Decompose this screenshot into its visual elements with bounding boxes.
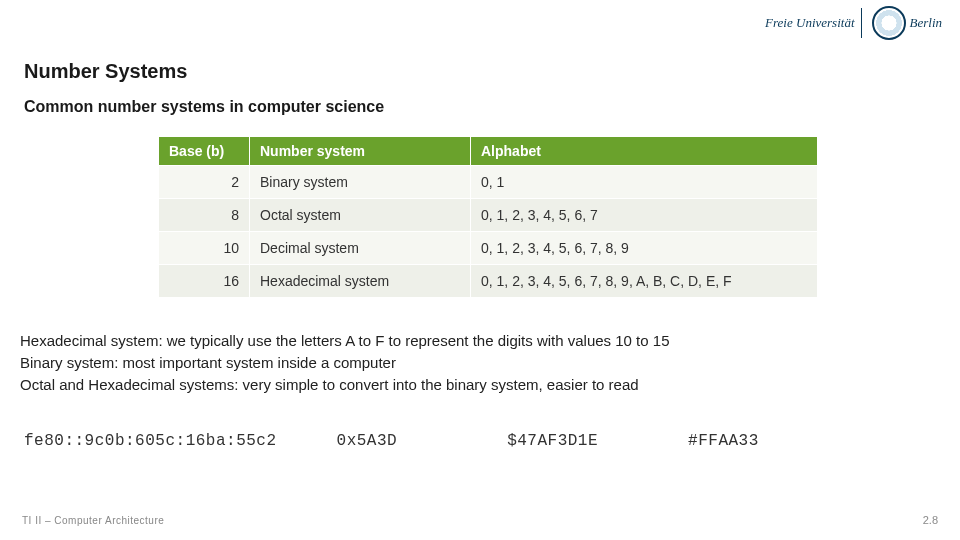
footer-left: TI II – Computer Architecture	[22, 515, 164, 526]
note-hex: Hexadecimal system: we typically use the…	[20, 330, 669, 352]
note-octal-hex: Octal and Hexadecimal systems: very simp…	[20, 374, 669, 396]
example-dollar: $47AF3D1E	[507, 432, 598, 450]
th-alphabet: Alphabet	[471, 137, 818, 166]
cell-alphabet: 0, 1	[471, 166, 818, 199]
seal-icon	[872, 6, 906, 40]
example-ipv6: fe80::9c0b:605c:16ba:55c2	[24, 432, 277, 450]
cell-system: Decimal system	[250, 232, 471, 265]
cell-base: 16	[159, 265, 250, 298]
example-hash: #FFAA33	[688, 432, 759, 450]
number-systems-table: Base (b) Number system Alphabet 2 Binary…	[158, 136, 818, 298]
table-row: 8 Octal system 0, 1, 2, 3, 4, 5, 6, 7	[159, 199, 818, 232]
cell-base: 2	[159, 166, 250, 199]
page-subtitle: Common number systems in computer scienc…	[24, 98, 384, 116]
footer-right: 2.8	[923, 514, 938, 526]
th-system: Number system	[250, 137, 471, 166]
table-row: 2 Binary system 0, 1	[159, 166, 818, 199]
table-header-row: Base (b) Number system Alphabet	[159, 137, 818, 166]
cell-base: 8	[159, 199, 250, 232]
page-title: Number Systems	[24, 60, 187, 83]
table-row: 16 Hexadecimal system 0, 1, 2, 3, 4, 5, …	[159, 265, 818, 298]
note-binary: Binary system: most important system ins…	[20, 352, 669, 374]
logo-text-right: Berlin	[910, 15, 943, 31]
table-row: 10 Decimal system 0, 1, 2, 3, 4, 5, 6, 7…	[159, 232, 818, 265]
examples-row: fe80::9c0b:605c:16ba:55c2 0x5A3D $47AF3D…	[24, 432, 904, 450]
cell-base: 10	[159, 232, 250, 265]
cell-system: Hexadecimal system	[250, 265, 471, 298]
cell-alphabet: 0, 1, 2, 3, 4, 5, 6, 7, 8, 9, A, B, C, D…	[471, 265, 818, 298]
cell-system: Octal system	[250, 199, 471, 232]
example-0x: 0x5A3D	[337, 432, 398, 450]
th-base: Base (b)	[159, 137, 250, 166]
notes-block: Hexadecimal system: we typically use the…	[20, 330, 669, 395]
logo-divider	[861, 8, 862, 38]
university-logo: Freie Universität Berlin	[765, 6, 942, 40]
logo-text-left: Freie Universität	[765, 15, 854, 31]
cell-alphabet: 0, 1, 2, 3, 4, 5, 6, 7, 8, 9	[471, 232, 818, 265]
cell-system: Binary system	[250, 166, 471, 199]
cell-alphabet: 0, 1, 2, 3, 4, 5, 6, 7	[471, 199, 818, 232]
